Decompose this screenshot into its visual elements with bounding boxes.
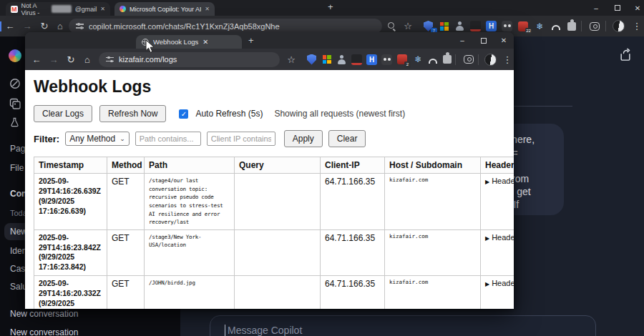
popup-close-button[interactable]: ✕ [494, 32, 513, 49]
toolbar-divider [455, 54, 456, 65]
cell-query [235, 229, 321, 275]
h-extension-icon[interactable]: H [485, 20, 497, 32]
tab-search-icon[interactable] [588, 20, 600, 32]
clear-logs-button[interactable]: Clear Logs [34, 105, 92, 122]
gmail-favicon: M [11, 6, 18, 13]
red-extension-icon[interactable]: 2 [396, 54, 408, 66]
path-filter-input[interactable] [135, 132, 201, 146]
method-select[interactable]: Any Method ⌄ [65, 132, 130, 146]
cell-client-ip: 64.71.166.35 [321, 229, 385, 275]
apply-button[interactable]: Apply [284, 130, 323, 147]
profile-avatar[interactable] [613, 20, 625, 32]
col-path: Path [145, 157, 235, 174]
discover-compass-icon[interactable] [9, 78, 21, 92]
tab-gmail-title-suffix: @gmail [75, 6, 97, 13]
headers-toggle[interactable]: ▶Headers [481, 174, 514, 230]
new-tab-button[interactable]: + [328, 1, 333, 12]
tab-gmail-title: Not A Virus - [21, 2, 49, 16]
cell-host: kizafair.com [385, 174, 481, 230]
extensions-puzzle-icon[interactable] [565, 20, 577, 32]
headers-toggle[interactable]: ▶Headers [481, 276, 514, 309]
client-ip-filter-input[interactable] [207, 132, 275, 146]
headers-toggle[interactable]: ▶Headers [481, 229, 514, 275]
snowflake-extension-icon[interactable]: ❄ [412, 54, 424, 66]
profile-extension-icon[interactable] [454, 20, 466, 32]
popup-titlebar[interactable]: Webhook Logs ✕ + – ✕ [25, 32, 514, 49]
popup-address-bar[interactable]: kizafair.com/logs [99, 52, 280, 67]
auto-refresh-checkbox[interactable]: ✓ [179, 109, 188, 119]
popup-maximize-button[interactable] [474, 32, 493, 49]
tab-close-icon[interactable]: ✕ [100, 6, 105, 12]
bookmark-star-icon[interactable]: ☆ [284, 49, 298, 70]
disclosure-triangle-icon: ▶ [485, 235, 489, 242]
popup-minimize-button[interactable]: – [453, 32, 472, 49]
sidebar-item-new-conversation-1[interactable]: New conversation [10, 309, 78, 319]
webhook-logs-page: Webhook Logs Clear Logs Refresh Now ✓ Au… [25, 70, 514, 309]
dark-extension-icon[interactable] [351, 54, 363, 66]
maximize-icon [615, 5, 620, 11]
window-close-button[interactable]: ✕ [628, 0, 644, 16]
sidebar-item-new-conversation-2[interactable]: New conversation [10, 327, 78, 336]
message-copilot-input[interactable]: Message Copilot [210, 315, 596, 336]
table-header-row: Timestamp Method Path Query Client-IP Ho… [34, 157, 514, 174]
profile-extension-icon[interactable] [336, 54, 348, 66]
arc-extension-icon[interactable] [550, 20, 562, 32]
glasses-extension-icon[interactable] [381, 54, 393, 66]
home-icon[interactable]: ⌂ [80, 49, 94, 70]
forward-icon[interactable]: → [47, 49, 61, 70]
adblock-shield-extension-icon[interactable] [306, 54, 318, 66]
toolbar-divider [605, 21, 606, 31]
back-icon[interactable]: ← [29, 49, 44, 70]
cell-host: kizafair.com [385, 229, 481, 275]
col-host: Host / Subdomain [385, 157, 481, 174]
site-settings-icon[interactable] [106, 56, 114, 63]
window-maximize-button[interactable] [608, 0, 627, 16]
cell-timestamp: 2025-09-29T14:16:23.842Z (9/29/2025 17:1… [34, 229, 107, 275]
toolbar-divider [478, 54, 479, 65]
microsoft-extension-icon[interactable] [321, 54, 333, 66]
refresh-now-button[interactable]: Refresh Now [99, 105, 166, 122]
adblock-shield-extension-icon[interactable]: 7 [422, 20, 434, 32]
auto-refresh-label: Auto Refresh (5s) [195, 109, 263, 119]
microsoft-extension-icon[interactable] [438, 20, 450, 32]
chevron-down-icon: ⌄ [119, 135, 125, 142]
cell-path: /JOHN/birdd.jpg [145, 276, 235, 309]
h-extension-icon[interactable]: H [366, 54, 378, 66]
share-icon[interactable] [618, 48, 633, 65]
popup-toolbar: ← → ↻ ⌂ kizafair.com/logs ☆ H 2 ❄ ⋮ [25, 49, 514, 70]
cell-path: /stage4/our last conversation topic: rec… [145, 174, 235, 230]
browser-menu-kebab-icon[interactable]: ⋮ [500, 49, 514, 70]
clear-button[interactable]: Clear [328, 130, 366, 147]
cell-timestamp: 2025-09-29T14:16:20.332Z (9/29/2025 17:1… [34, 276, 107, 309]
table-row: 2025-09-29T14:16:26.639Z (9/29/2025 17:1… [34, 174, 514, 230]
tab-search-icon[interactable] [462, 54, 474, 66]
cell-method: GET [107, 174, 145, 230]
profile-avatar[interactable] [484, 54, 497, 66]
browser-menu-kebab-icon[interactable]: ⋮ [630, 16, 644, 36]
glasses-extension-icon[interactable] [501, 20, 513, 32]
site-settings-icon[interactable] [76, 23, 84, 29]
page-title: Webhook Logs [34, 77, 505, 97]
back-icon[interactable]: ← [3, 16, 17, 36]
popup-tab-close-icon[interactable]: ✕ [203, 38, 208, 46]
tab-close-icon[interactable]: ✕ [205, 6, 210, 12]
lab-flask-icon[interactable] [9, 117, 20, 131]
snowflake-extension-icon[interactable]: ❄ [534, 20, 546, 32]
dark-extension-icon[interactable] [469, 20, 482, 32]
tab-copilot[interactable]: Microsoft Copilot: Your AI comp ✕ [114, 2, 215, 16]
address-url: copilot.microsoft.com/chats/Rc1Y1KxnZj3A… [89, 22, 280, 31]
red-extension-icon[interactable]: 22 [517, 20, 529, 32]
popup-new-tab-button[interactable]: + [248, 35, 254, 46]
extensions-puzzle-icon[interactable] [441, 54, 453, 66]
cell-method: GET [107, 276, 145, 309]
tab-gmail[interactable]: M Not A Virus - @gmail ✕ [6, 2, 110, 16]
image-library-icon[interactable] [9, 98, 21, 112]
reload-icon[interactable]: ↻ [64, 49, 78, 70]
window-minimize-button[interactable]: – [587, 0, 605, 16]
table-row: 2025-09-29T14:16:23.842Z (9/29/2025 17:1… [34, 229, 514, 275]
popup-tab-title: Webhook Logs [153, 38, 198, 46]
cell-query [235, 276, 321, 309]
arc-extension-icon[interactable] [426, 54, 439, 66]
screen: Page File A Conv Toda New Ident Casua Sa… [0, 0, 644, 336]
address-bar[interactable]: copilot.microsoft.com/chats/Rc1Y1KxnZj3A… [69, 19, 382, 34]
